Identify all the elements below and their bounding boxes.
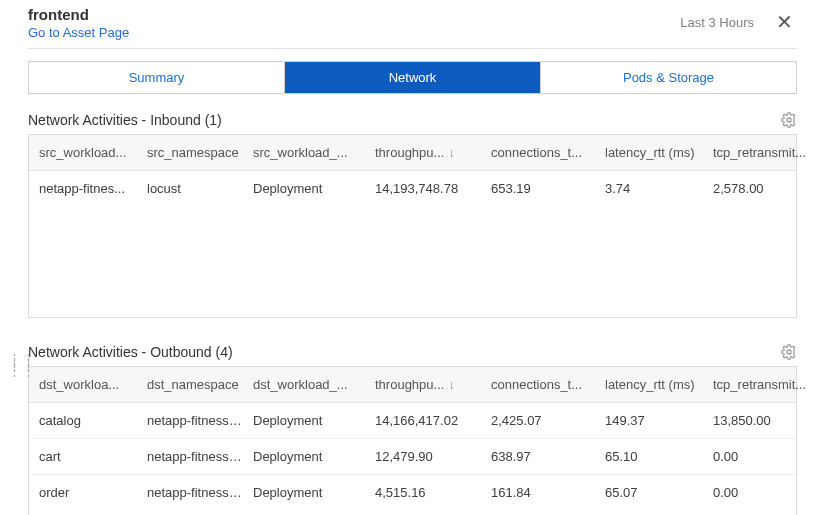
- table-row[interactable]: netapp-fitnes...locustDeployment14,193,7…: [29, 171, 796, 206]
- asset-page-link[interactable]: Go to Asset Page: [28, 25, 129, 40]
- svg-point-0: [787, 118, 791, 122]
- cell: 0.00: [713, 485, 796, 500]
- inbound-section: Network Activities - Inbound (1) src_wor…: [28, 108, 797, 318]
- close-icon[interactable]: ✕: [772, 10, 797, 34]
- col-latency[interactable]: latency_rtt (ms): [605, 377, 713, 392]
- col-dst-workload[interactable]: dst_workloa...: [39, 377, 147, 392]
- tab-network[interactable]: Network: [284, 62, 540, 93]
- panel-header: frontend Go to Asset Page Last 3 Hours ✕: [28, 6, 797, 49]
- cell: 0.00: [713, 449, 796, 464]
- cell: 161.84: [491, 485, 605, 500]
- time-range-label: Last 3 Hours: [680, 15, 754, 30]
- cell: 14,193,748.78: [375, 181, 491, 196]
- cell: 65.07: [605, 485, 713, 500]
- cell: Deployment: [253, 181, 375, 196]
- sort-desc-icon: ↓: [448, 378, 454, 392]
- cell: Deployment: [253, 485, 375, 500]
- tab-pods-storage[interactable]: Pods & Storage: [540, 62, 796, 93]
- col-src-workload-kind[interactable]: src_workload_...: [253, 145, 375, 160]
- col-throughput[interactable]: throughpu... ↓: [375, 377, 491, 392]
- cell: 653.19: [491, 181, 605, 196]
- cell: 2,578.00: [713, 181, 796, 196]
- page-title: frontend: [28, 6, 129, 23]
- cell: Deployment: [253, 449, 375, 464]
- cell: 13,850.00: [713, 413, 796, 428]
- table-row[interactable]: cartnetapp-fitness-...Deployment12,479.9…: [29, 439, 796, 475]
- sort-desc-icon: ↓: [448, 146, 454, 160]
- tab-bar: Summary Network Pods & Storage: [28, 61, 797, 94]
- tab-summary[interactable]: Summary: [29, 62, 284, 93]
- outbound-title: Network Activities - Outbound (4): [28, 344, 233, 360]
- col-throughput[interactable]: throughpu... ↓: [375, 145, 491, 160]
- col-connections[interactable]: connections_t...: [491, 145, 605, 160]
- col-throughput-label: throughpu...: [375, 377, 444, 392]
- svg-point-1: [787, 350, 791, 354]
- cell: netapp-fitness-...: [147, 413, 253, 428]
- col-dst-namespace[interactable]: dst_namespace: [147, 377, 253, 392]
- col-src-workload[interactable]: src_workload...: [39, 145, 147, 160]
- col-throughput-label: throughpu...: [375, 145, 444, 160]
- cell: 4,515.16: [375, 485, 491, 500]
- cell: Deployment: [253, 413, 375, 428]
- cell: 12,479.90: [375, 449, 491, 464]
- drag-handle[interactable]: ⋮⋮ ⋮⋮ ⋮⋮: [8, 356, 36, 374]
- inbound-title: Network Activities - Inbound (1): [28, 112, 222, 128]
- outbound-section: Network Activities - Outbound (4) dst_wo…: [28, 340, 797, 515]
- cell: 638.97: [491, 449, 605, 464]
- cell: cart: [39, 449, 147, 464]
- col-tcp-retransmit[interactable]: tcp_retransmit...: [713, 145, 813, 160]
- cell: order: [39, 485, 147, 500]
- col-tcp-retransmit[interactable]: tcp_retransmit...: [713, 377, 813, 392]
- cell: netapp-fitness-...: [147, 449, 253, 464]
- col-src-namespace[interactable]: src_namespace: [147, 145, 253, 160]
- table-row[interactable]: ordernetapp-fitness-...Deployment4,515.1…: [29, 475, 796, 510]
- cell: 14,166,417.02: [375, 413, 491, 428]
- col-dst-workload-kind[interactable]: dst_workload_...: [253, 377, 375, 392]
- cell: 3.74: [605, 181, 713, 196]
- inbound-table-header: src_workload... src_namespace src_worklo…: [29, 135, 796, 171]
- gear-icon[interactable]: [781, 344, 797, 360]
- gear-icon[interactable]: [781, 112, 797, 128]
- cell: catalog: [39, 413, 147, 428]
- cell: netapp-fitnes...: [39, 181, 147, 196]
- cell: 65.10: [605, 449, 713, 464]
- cell: 149.37: [605, 413, 713, 428]
- col-connections[interactable]: connections_t...: [491, 377, 605, 392]
- outbound-table-header: dst_workloa... dst_namespace dst_workloa…: [29, 367, 796, 403]
- cell: locust: [147, 181, 253, 196]
- cell: 2,425.07: [491, 413, 605, 428]
- col-latency[interactable]: latency_rtt (ms): [605, 145, 713, 160]
- table-row[interactable]: catalognetapp-fitness-...Deployment14,16…: [29, 403, 796, 439]
- cell: netapp-fitness-...: [147, 485, 253, 500]
